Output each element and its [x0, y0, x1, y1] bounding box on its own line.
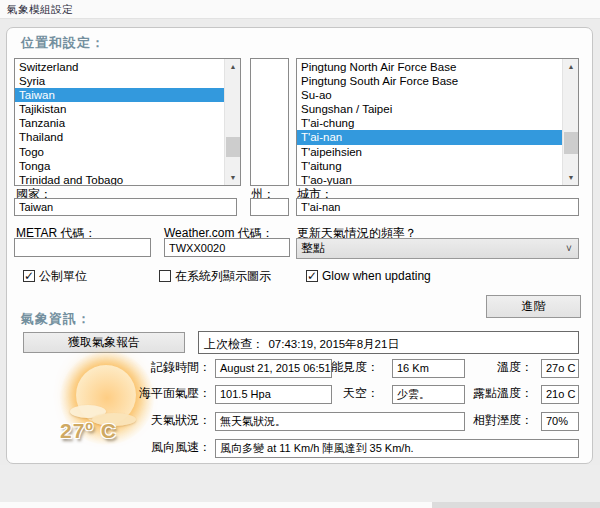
country-list-items: SwitzerlandSyriaTaiwanTajikistanTanzania…: [15, 59, 224, 185]
checkbox-icon[interactable]: [306, 270, 318, 282]
list-item[interactable]: T'ai-chung: [297, 116, 562, 130]
dew-point-value: 21o C: [541, 385, 579, 404]
weathercom-code-input[interactable]: [164, 238, 290, 257]
checkbox-icon[interactable]: [23, 270, 35, 282]
list-item[interactable]: Tonga: [15, 159, 224, 173]
checkbox-label: Glow when updating: [322, 269, 431, 283]
list-item[interactable]: Trinidad and Tobago: [15, 173, 224, 185]
city-listbox[interactable]: Pingtung North Air Force BasePingtung So…: [296, 58, 579, 186]
list-item[interactable]: Taiwan: [15, 88, 224, 102]
temperature-label: 溫度：: [461, 359, 533, 376]
country-scrollbar[interactable]: ▲ ▼: [224, 59, 240, 185]
list-item[interactable]: T'aipeihsien: [297, 145, 562, 159]
weather-conditions-label: 天氣狀況：: [61, 412, 211, 429]
wind-label: 風向風速：: [61, 439, 211, 456]
scroll-down-icon[interactable]: ▼: [563, 170, 579, 185]
get-weather-report-button[interactable]: 獲取氣象報告: [23, 332, 185, 353]
last-check-label: 上次檢查：: [204, 337, 264, 351]
list-item[interactable]: Syria: [15, 74, 224, 88]
list-item[interactable]: Switzerland: [15, 60, 224, 74]
state-listbox[interactable]: [250, 58, 289, 186]
advanced-button[interactable]: 進階: [486, 295, 581, 318]
dropdown-selected-value: 整點: [297, 240, 560, 257]
metric-units-checkbox[interactable]: 公制單位: [23, 269, 87, 283]
bottom-strip-light: [0, 502, 432, 508]
checkbox-label: 在系統列顯示圖示: [175, 268, 271, 285]
sky-value: 少雲。: [392, 385, 465, 404]
scroll-up-icon[interactable]: ▲: [563, 59, 579, 74]
location-settings-header: 位置和設定：: [21, 34, 105, 52]
checkbox-label: 公制單位: [39, 268, 87, 285]
weather-conditions-value: 無天氣狀況。: [215, 412, 465, 431]
weather-module-window: 氣象模組設定 位置和設定： SwitzerlandSyriaTaiwanTaji…: [0, 0, 600, 508]
relative-humidity-value: 70%: [541, 412, 579, 431]
list-item[interactable]: T'aitung: [297, 159, 562, 173]
metar-code-input[interactable]: [14, 238, 151, 257]
title-bar: 氣象模組設定: [0, 0, 600, 19]
checkbox-icon[interactable]: [159, 270, 171, 282]
scroll-down-icon[interactable]: ▼: [225, 170, 241, 185]
scroll-up-icon[interactable]: ▲: [225, 59, 241, 74]
visibility-value: 16 Km: [392, 359, 465, 378]
list-item[interactable]: Sungshan / Taipei: [297, 102, 562, 116]
list-item[interactable]: Pingtung North Air Force Base: [297, 60, 562, 74]
update-frequency-dropdown[interactable]: 整點 ˅: [296, 238, 579, 259]
state-list-items: [251, 59, 288, 185]
tray-icon-checkbox[interactable]: 在系統列顯示圖示: [159, 269, 271, 283]
visibility-label: 能見度：: [301, 359, 379, 376]
last-check-box: 上次檢查： 07:43:19, 2015年8月21日: [198, 331, 579, 354]
list-item[interactable]: Tanzania: [15, 116, 224, 130]
list-item[interactable]: Tajikistan: [15, 102, 224, 116]
scrollbar-thumb[interactable]: [226, 137, 240, 157]
list-item[interactable]: Su-ao: [297, 88, 562, 102]
dew-point-label: 露點溫度：: [461, 385, 533, 402]
relative-humidity-label: 相對溼度：: [455, 412, 533, 429]
temperature-value: 27o C: [541, 359, 579, 378]
list-item[interactable]: T'ao-yuan: [297, 173, 562, 185]
list-item[interactable]: T'ai-nan: [297, 130, 562, 144]
chevron-down-icon: ˅: [560, 243, 578, 254]
record-time-label: 記錄時間：: [61, 359, 211, 376]
weather-info-header: 氣象資訊：: [21, 310, 91, 328]
wind-value: 風向多變 at 11 Km/h 陣風達到 35 Km/h.: [215, 439, 579, 458]
list-item[interactable]: Togo: [15, 145, 224, 159]
last-check-value: 07:43:19, 2015年8月21日: [268, 338, 398, 350]
city-input[interactable]: [296, 198, 579, 216]
scrollbar-thumb[interactable]: [564, 132, 578, 154]
settings-panel: 位置和設定： SwitzerlandSyriaTaiwanTajikistanT…: [6, 27, 593, 464]
window-title: 氣象模組設定: [7, 3, 73, 17]
country-listbox[interactable]: SwitzerlandSyriaTaiwanTajikistanTanzania…: [14, 58, 241, 186]
sea-level-pressure-label: 海平面氣壓：: [61, 385, 211, 402]
country-input[interactable]: [14, 198, 237, 216]
city-list-items: Pingtung North Air Force BasePingtung So…: [297, 59, 562, 185]
sky-label: 天空：: [301, 385, 379, 402]
list-item[interactable]: Pingtung South Air Force Base: [297, 74, 562, 88]
bottom-strip-dark: [432, 502, 600, 508]
state-input[interactable]: [250, 198, 289, 216]
list-item[interactable]: Thailand: [15, 130, 224, 144]
city-scrollbar[interactable]: ▲ ▼: [562, 59, 578, 185]
glow-when-updating-checkbox[interactable]: Glow when updating: [306, 269, 431, 283]
